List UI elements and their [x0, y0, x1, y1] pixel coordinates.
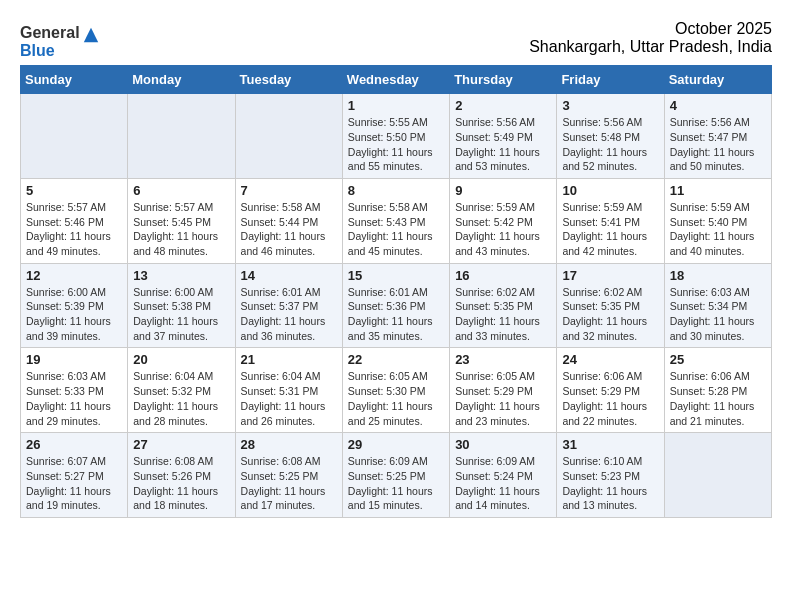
calendar-cell: 10Sunrise: 5:59 AM Sunset: 5:41 PM Dayli… — [557, 178, 664, 263]
day-info: Sunrise: 6:01 AM Sunset: 5:37 PM Dayligh… — [241, 285, 337, 344]
calendar-cell: 21Sunrise: 6:04 AM Sunset: 5:31 PM Dayli… — [235, 348, 342, 433]
calendar-week-row: 12Sunrise: 6:00 AM Sunset: 5:39 PM Dayli… — [21, 263, 772, 348]
calendar-cell: 19Sunrise: 6:03 AM Sunset: 5:33 PM Dayli… — [21, 348, 128, 433]
day-number: 13 — [133, 268, 229, 283]
calendar-cell: 28Sunrise: 6:08 AM Sunset: 5:25 PM Dayli… — [235, 433, 342, 518]
weekday-header: Thursday — [450, 66, 557, 94]
day-info: Sunrise: 6:10 AM Sunset: 5:23 PM Dayligh… — [562, 454, 658, 513]
header: General Blue October 2025 Shankargarh, U… — [20, 20, 772, 59]
day-info: Sunrise: 5:59 AM Sunset: 5:42 PM Dayligh… — [455, 200, 551, 259]
calendar-cell: 13Sunrise: 6:00 AM Sunset: 5:38 PM Dayli… — [128, 263, 235, 348]
day-number: 25 — [670, 352, 766, 367]
day-info: Sunrise: 5:59 AM Sunset: 5:41 PM Dayligh… — [562, 200, 658, 259]
calendar-cell: 26Sunrise: 6:07 AM Sunset: 5:27 PM Dayli… — [21, 433, 128, 518]
calendar-cell — [128, 94, 235, 179]
day-info: Sunrise: 6:09 AM Sunset: 5:25 PM Dayligh… — [348, 454, 444, 513]
day-number: 14 — [241, 268, 337, 283]
svg-marker-0 — [83, 28, 97, 42]
day-number: 10 — [562, 183, 658, 198]
day-info: Sunrise: 6:02 AM Sunset: 5:35 PM Dayligh… — [455, 285, 551, 344]
day-info: Sunrise: 5:59 AM Sunset: 5:40 PM Dayligh… — [670, 200, 766, 259]
calendar-cell: 7Sunrise: 5:58 AM Sunset: 5:44 PM Daylig… — [235, 178, 342, 263]
day-number: 8 — [348, 183, 444, 198]
day-info: Sunrise: 6:07 AM Sunset: 5:27 PM Dayligh… — [26, 454, 122, 513]
day-number: 19 — [26, 352, 122, 367]
day-info: Sunrise: 6:08 AM Sunset: 5:26 PM Dayligh… — [133, 454, 229, 513]
day-number: 9 — [455, 183, 551, 198]
day-number: 4 — [670, 98, 766, 113]
day-info: Sunrise: 6:06 AM Sunset: 5:28 PM Dayligh… — [670, 369, 766, 428]
day-number: 1 — [348, 98, 444, 113]
day-info: Sunrise: 5:55 AM Sunset: 5:50 PM Dayligh… — [348, 115, 444, 174]
calendar-cell: 9Sunrise: 5:59 AM Sunset: 5:42 PM Daylig… — [450, 178, 557, 263]
day-info: Sunrise: 5:57 AM Sunset: 5:46 PM Dayligh… — [26, 200, 122, 259]
day-info: Sunrise: 6:08 AM Sunset: 5:25 PM Dayligh… — [241, 454, 337, 513]
weekday-header: Friday — [557, 66, 664, 94]
calendar-week-row: 1Sunrise: 5:55 AM Sunset: 5:50 PM Daylig… — [21, 94, 772, 179]
logo-general: General — [20, 24, 80, 42]
day-number: 22 — [348, 352, 444, 367]
day-info: Sunrise: 6:06 AM Sunset: 5:29 PM Dayligh… — [562, 369, 658, 428]
calendar-cell: 31Sunrise: 6:10 AM Sunset: 5:23 PM Dayli… — [557, 433, 664, 518]
calendar-week-row: 26Sunrise: 6:07 AM Sunset: 5:27 PM Dayli… — [21, 433, 772, 518]
calendar-cell: 15Sunrise: 6:01 AM Sunset: 5:36 PM Dayli… — [342, 263, 449, 348]
day-info: Sunrise: 6:04 AM Sunset: 5:32 PM Dayligh… — [133, 369, 229, 428]
day-info: Sunrise: 5:57 AM Sunset: 5:45 PM Dayligh… — [133, 200, 229, 259]
logo: General Blue — [20, 24, 100, 59]
calendar-cell: 16Sunrise: 6:02 AM Sunset: 5:35 PM Dayli… — [450, 263, 557, 348]
weekday-header: Sunday — [21, 66, 128, 94]
calendar-week-row: 19Sunrise: 6:03 AM Sunset: 5:33 PM Dayli… — [21, 348, 772, 433]
calendar-body: 1Sunrise: 5:55 AM Sunset: 5:50 PM Daylig… — [21, 94, 772, 518]
day-info: Sunrise: 6:03 AM Sunset: 5:34 PM Dayligh… — [670, 285, 766, 344]
calendar-cell: 24Sunrise: 6:06 AM Sunset: 5:29 PM Dayli… — [557, 348, 664, 433]
day-number: 21 — [241, 352, 337, 367]
day-number: 26 — [26, 437, 122, 452]
day-info: Sunrise: 5:56 AM Sunset: 5:47 PM Dayligh… — [670, 115, 766, 174]
calendar-week-row: 5Sunrise: 5:57 AM Sunset: 5:46 PM Daylig… — [21, 178, 772, 263]
calendar-cell: 17Sunrise: 6:02 AM Sunset: 5:35 PM Dayli… — [557, 263, 664, 348]
calendar-cell: 29Sunrise: 6:09 AM Sunset: 5:25 PM Dayli… — [342, 433, 449, 518]
day-number: 18 — [670, 268, 766, 283]
day-number: 3 — [562, 98, 658, 113]
day-info: Sunrise: 6:00 AM Sunset: 5:39 PM Dayligh… — [26, 285, 122, 344]
day-number: 15 — [348, 268, 444, 283]
day-info: Sunrise: 5:58 AM Sunset: 5:44 PM Dayligh… — [241, 200, 337, 259]
calendar-cell: 5Sunrise: 5:57 AM Sunset: 5:46 PM Daylig… — [21, 178, 128, 263]
calendar-cell — [235, 94, 342, 179]
day-number: 29 — [348, 437, 444, 452]
calendar-cell: 23Sunrise: 6:05 AM Sunset: 5:29 PM Dayli… — [450, 348, 557, 433]
day-number: 17 — [562, 268, 658, 283]
day-info: Sunrise: 5:56 AM Sunset: 5:48 PM Dayligh… — [562, 115, 658, 174]
calendar-cell: 4Sunrise: 5:56 AM Sunset: 5:47 PM Daylig… — [664, 94, 771, 179]
calendar-cell: 1Sunrise: 5:55 AM Sunset: 5:50 PM Daylig… — [342, 94, 449, 179]
weekday-header: Tuesday — [235, 66, 342, 94]
calendar-cell: 8Sunrise: 5:58 AM Sunset: 5:43 PM Daylig… — [342, 178, 449, 263]
weekday-header-row: SundayMondayTuesdayWednesdayThursdayFrid… — [21, 66, 772, 94]
calendar-cell: 3Sunrise: 5:56 AM Sunset: 5:48 PM Daylig… — [557, 94, 664, 179]
logo-icon — [82, 26, 100, 44]
day-info: Sunrise: 5:58 AM Sunset: 5:43 PM Dayligh… — [348, 200, 444, 259]
day-info: Sunrise: 6:00 AM Sunset: 5:38 PM Dayligh… — [133, 285, 229, 344]
day-info: Sunrise: 6:09 AM Sunset: 5:24 PM Dayligh… — [455, 454, 551, 513]
calendar-cell: 14Sunrise: 6:01 AM Sunset: 5:37 PM Dayli… — [235, 263, 342, 348]
calendar-cell — [664, 433, 771, 518]
calendar-cell: 25Sunrise: 6:06 AM Sunset: 5:28 PM Dayli… — [664, 348, 771, 433]
logo-blue: Blue — [20, 42, 80, 60]
weekday-header: Wednesday — [342, 66, 449, 94]
day-number: 27 — [133, 437, 229, 452]
calendar-cell: 11Sunrise: 5:59 AM Sunset: 5:40 PM Dayli… — [664, 178, 771, 263]
location-subtitle: Shankargarh, Uttar Pradesh, India — [529, 38, 772, 56]
calendar-cell: 6Sunrise: 5:57 AM Sunset: 5:45 PM Daylig… — [128, 178, 235, 263]
header-right: October 2025 Shankargarh, Uttar Pradesh,… — [529, 20, 772, 56]
calendar-cell: 30Sunrise: 6:09 AM Sunset: 5:24 PM Dayli… — [450, 433, 557, 518]
day-info: Sunrise: 5:56 AM Sunset: 5:49 PM Dayligh… — [455, 115, 551, 174]
day-info: Sunrise: 6:05 AM Sunset: 5:29 PM Dayligh… — [455, 369, 551, 428]
calendar-cell: 18Sunrise: 6:03 AM Sunset: 5:34 PM Dayli… — [664, 263, 771, 348]
day-info: Sunrise: 6:05 AM Sunset: 5:30 PM Dayligh… — [348, 369, 444, 428]
day-number: 24 — [562, 352, 658, 367]
day-number: 31 — [562, 437, 658, 452]
weekday-header: Monday — [128, 66, 235, 94]
calendar-cell — [21, 94, 128, 179]
day-info: Sunrise: 6:03 AM Sunset: 5:33 PM Dayligh… — [26, 369, 122, 428]
page-container: General Blue October 2025 Shankargarh, U… — [20, 20, 772, 518]
